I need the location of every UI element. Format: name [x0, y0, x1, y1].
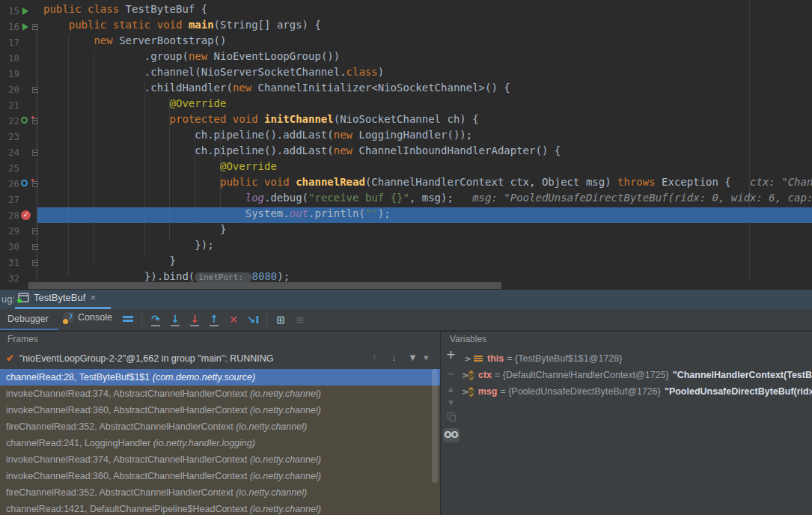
thread-selector[interactable]: ✔ "nioEventLoopGroup-2-2"@1,662 in group… — [0, 347, 440, 369]
tab-debugger[interactable]: Debugger — [7, 314, 49, 324]
fold-marker-icon[interactable] — [32, 181, 38, 187]
gutter-row[interactable]: 23 — [0, 129, 42, 144]
expand-chevron-icon[interactable]: > — [462, 371, 468, 380]
gutter-row[interactable]: 22↑ — [0, 113, 42, 129]
code-line[interactable]: .group(new NioEventLoopGroup()) — [43, 50, 812, 66]
gutter-row[interactable]: 30 — [0, 239, 42, 255]
frames-panel: Frames ✔ "nioEventLoopGroup-2-2"@1,662 i… — [0, 332, 440, 515]
code-line[interactable]: public void channelRead(ChannelHandlerCo… — [43, 176, 812, 192]
variable-row[interactable]: >this= {TestByteBuf$1$1@1728} — [462, 350, 812, 367]
show-watches-glasses-icon[interactable]: OO — [443, 428, 460, 442]
frame-row[interactable]: channelRead:241, LoggingHandler (io.nett… — [0, 435, 440, 451]
fold-marker-icon[interactable] — [32, 244, 38, 250]
frame-package: (com.demo.netty.source) — [153, 372, 255, 383]
code-line[interactable]: System.out.println(""); — [43, 207, 812, 223]
step-into-icon[interactable]: ↓ — [165, 313, 185, 326]
code-line[interactable]: @Override — [43, 160, 812, 176]
filter-funnel-icon[interactable]: ▼ — [408, 352, 418, 363]
frame-row[interactable]: fireChannelRead:352, AbstractChannelHand… — [0, 484, 440, 501]
frame-row[interactable]: channelRead:1421, DefaultChannelPipeline… — [0, 501, 440, 515]
gutter-row[interactable]: 28✓ — [0, 207, 42, 223]
code-line[interactable]: log.debug("receive buf {}", msg); msg: "… — [43, 192, 812, 207]
run-to-cursor-icon[interactable]: ↘I — [243, 314, 263, 326]
variable-row[interactable]: >pmsg= {PooledUnsafeDirectByteBuf@1726}"… — [462, 383, 812, 400]
code-line[interactable]: .channel(NioServerSocketChannel.class) — [43, 66, 812, 82]
move-watch-up-icon[interactable]: ▲ — [441, 386, 461, 393]
code-line[interactable]: } — [43, 255, 812, 270]
gutter-row[interactable]: 27 — [0, 192, 42, 207]
fold-marker-icon[interactable] — [32, 118, 38, 124]
frame-row[interactable]: channelRead:28, TestByteBuf$1$1 (com.dem… — [0, 369, 440, 386]
variable-row[interactable]: >pctx= {DefaultChannelHandlerContext@172… — [462, 367, 812, 383]
gutter-row[interactable]: 18 — [0, 50, 42, 66]
debugger-tab-underline — [0, 329, 58, 330]
code-line[interactable]: public static void main(String[] args) { — [43, 19, 812, 34]
settings-sliders-icon[interactable]: ≋ — [290, 314, 310, 326]
drop-frame-icon[interactable]: ✕ — [224, 314, 243, 326]
gutter-row[interactable]: 17 — [0, 34, 42, 50]
move-up-icon[interactable]: ↑ — [372, 352, 377, 363]
frames-scrollbar[interactable] — [432, 369, 438, 483]
gutter-row[interactable]: 26↑ — [0, 176, 42, 192]
frame-package: (io.netty.handler.logging) — [153, 438, 255, 448]
layout-hamburger-icon[interactable] — [118, 314, 138, 326]
fold-marker-icon[interactable] — [32, 260, 38, 266]
frame-row[interactable]: invokeChannelRead:360, AbstractChannelHa… — [0, 468, 440, 484]
variables-panel: Variables +−▲▼OO >this= {TestByteBuf$1$1… — [441, 332, 812, 515]
evaluate-expression-icon[interactable]: ⊞ — [271, 314, 290, 326]
frame-package: (io.netty.channel) — [250, 388, 321, 399]
gutter-row[interactable]: 24 — [0, 144, 42, 160]
code-line[interactable]: ch.pipeline().addLast(new LoggingHandler… — [43, 129, 812, 144]
code-lines[interactable]: @Slf4jpublic class TestByteBuf { public … — [43, 0, 812, 286]
fold-marker-icon[interactable] — [32, 87, 38, 93]
frame-row[interactable]: invokeChannelRead:374, AbstractChannelHa… — [0, 386, 440, 402]
code-line[interactable]: @Override — [43, 97, 812, 113]
remove-watch-icon[interactable]: − — [441, 368, 461, 380]
frame-row[interactable]: fireChannelRead:352, AbstractChannelHand… — [0, 418, 440, 435]
step-out-icon[interactable]: ↑ — [204, 313, 224, 326]
add-watch-icon[interactable]: + — [441, 347, 461, 362]
variable-preview: "ChannelHandlerContext(TestB — [673, 370, 812, 380]
tab-console[interactable]: Console — [64, 312, 112, 323]
duplicate-watch-icon[interactable] — [448, 412, 455, 421]
gutter-row[interactable]: 15 — [0, 3, 42, 19]
force-step-into-icon[interactable]: ↓ — [185, 313, 204, 326]
code-line[interactable]: } — [43, 223, 812, 239]
editor-gutter[interactable]: 141516171819202122↑23242526↑2728✓2930313… — [0, 0, 42, 286]
move-watch-down-icon[interactable]: ▼ — [441, 399, 461, 406]
gutter-row[interactable]: 29 — [0, 223, 42, 239]
move-down-icon[interactable]: ↓ — [391, 352, 397, 363]
code-line[interactable]: }); — [43, 239, 812, 255]
code-line[interactable]: .childHandler(new ChannelInitializer<Nio… — [43, 82, 812, 97]
run-arrow-icon[interactable] — [21, 3, 34, 19]
fold-marker-icon[interactable] — [32, 228, 38, 234]
gutter-row[interactable]: 19 — [0, 66, 42, 82]
breakpoint-verified-icon[interactable]: ✓ — [21, 207, 34, 223]
frame-row[interactable]: invokeChannelRead:360, AbstractChannelHa… — [0, 402, 440, 418]
code-line[interactable]: ch.pipeline().addLast(new ChannelInbound… — [43, 144, 812, 160]
fold-marker-icon[interactable] — [32, 24, 38, 30]
expand-chevron-icon[interactable]: > — [462, 387, 468, 397]
gutter-row[interactable]: 16 — [0, 19, 42, 34]
gutter-row[interactable]: 31 — [0, 255, 42, 270]
expand-chevron-icon[interactable]: > — [462, 354, 474, 364]
app-window-icon — [18, 293, 29, 302]
gutter-row[interactable]: 20 — [0, 82, 42, 97]
code-editor[interactable]: 141516171819202122↑23242526↑2728✓2930313… — [0, 0, 812, 290]
gutter-row[interactable]: 25 — [0, 160, 42, 176]
debug-session-tab[interactable]: TestByteBuf × — [18, 292, 96, 303]
fold-marker-icon[interactable] — [32, 150, 38, 156]
code-line[interactable]: new ServerBootstrap() — [43, 34, 812, 50]
console-icon — [64, 312, 74, 323]
code-line[interactable]: protected void initChannel(NioSocketChan… — [43, 113, 812, 129]
horizontal-scrollbar[interactable] — [28, 282, 501, 289]
debug-toolwindow-header: ug: TestByteBuf × — [0, 290, 812, 309]
step-over-icon[interactable]: ↷ — [146, 313, 165, 326]
gutter-row[interactable]: 21 — [0, 97, 42, 113]
line-number: 19 — [0, 66, 19, 82]
frame-row[interactable]: invokeChannelRead:374, AbstractChannelHa… — [0, 451, 440, 468]
close-icon[interactable]: × — [90, 292, 96, 303]
code-line[interactable]: public class TestByteBuf { — [43, 3, 812, 19]
chevron-down-icon[interactable]: ▾ — [424, 352, 429, 363]
this-field-icon — [474, 355, 483, 362]
